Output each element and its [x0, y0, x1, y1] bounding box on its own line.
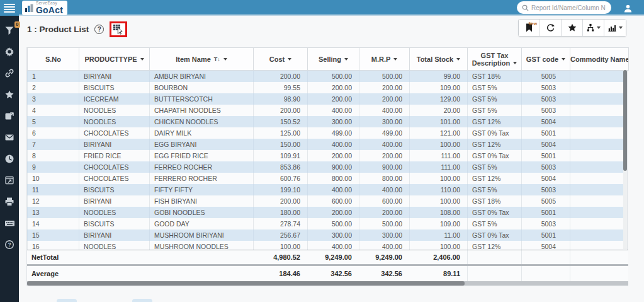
- column-header-cost[interactable]: Cost: [254, 48, 308, 71]
- report-action-button-highlighted[interactable]: [110, 21, 127, 37]
- user-account-button[interactable]: [621, 2, 634, 15]
- column-header-gst-tax-description[interactable]: GST TaxDescription: [468, 48, 522, 71]
- keyboard-icon[interactable]: [4, 218, 15, 228]
- cell-total-stock: 111.00: [410, 161, 468, 173]
- chevron-down-icon: [513, 62, 517, 64]
- cell-commodity: [570, 116, 628, 127]
- settings-gear-icon[interactable]: [4, 46, 15, 57]
- average-stock: 89.11: [409, 270, 467, 277]
- table-row[interactable]: 6 CHOCOLATES DAIRY MILK 125.00 499.00 49…: [28, 127, 628, 139]
- net-total-row: NetTotal 4,980.52 9,249.00 9,249.00 2,40…: [27, 250, 628, 266]
- horizontal-scrollbar-thumb[interactable]: [27, 281, 465, 286]
- cell-mrp: 400.00: [359, 241, 410, 250]
- link-icon[interactable]: [4, 67, 15, 78]
- cell-mrp: 500.00: [359, 218, 410, 229]
- chevron-down-icon: [223, 58, 227, 61]
- cell-cost: 200.00: [254, 71, 308, 82]
- cell-mrp: 200.00: [359, 93, 410, 105]
- cell-selling: 400.00: [308, 241, 359, 250]
- average-label: Average: [27, 270, 79, 277]
- table-row[interactable]: 12 BIRIYANI FISH BIRYANI 200.00 600.00 6…: [28, 195, 628, 207]
- hamburger-menu-button[interactable]: [0, 0, 19, 16]
- favorite-button[interactable]: [562, 20, 583, 36]
- page-title: 1 : Product List: [27, 25, 89, 34]
- cell-selling: 300.00: [308, 116, 359, 127]
- vertical-scrollbar-thumb[interactable]: [623, 70, 627, 171]
- cell-total-stock: 20.00: [410, 105, 468, 116]
- new-bookmark-button[interactable]: New: [519, 20, 540, 36]
- column-header-total-stock[interactable]: Total Stock: [410, 48, 468, 71]
- table-row[interactable]: 5 NOODLES CHICKEN NOODLES 150.52 300.00 …: [28, 116, 628, 127]
- share-export-icon[interactable]: [4, 110, 15, 121]
- column-header-commodity-name[interactable]: Commodity Name: [570, 48, 629, 71]
- column-header-selling[interactable]: Selling: [308, 48, 359, 71]
- table-row[interactable]: 1 BIRIYANI AMBUR BIRYANI 200.00 500.00 5…: [28, 71, 628, 82]
- favorites-star-icon[interactable]: [4, 89, 15, 100]
- report-help-icon[interactable]: ?: [94, 25, 104, 34]
- average-cost: 184.46: [253, 270, 307, 277]
- table-row[interactable]: 9 CHOCOLATES FERREO ROCHER 853.86 900.00…: [28, 161, 628, 173]
- cell-cost: 125.00: [254, 127, 308, 139]
- table-row[interactable]: 3 ICECREAM BUTTTERSCOTCH 98.90 200.00 20…: [28, 93, 628, 105]
- user-icon: [623, 4, 633, 13]
- column-header-sno[interactable]: S.No: [28, 48, 79, 71]
- cell-gst-code: 5005: [522, 71, 570, 82]
- window-preview-icon[interactable]: [4, 175, 15, 185]
- table-row[interactable]: 8 FRIED RICE EGG FRIED RICE 109.91 200.0…: [28, 150, 628, 161]
- cell-item-name: BOURBON: [150, 82, 254, 93]
- help-icon[interactable]: ?: [4, 239, 15, 250]
- cell-cost: 600.76: [254, 173, 308, 184]
- cell-gst-tax: GST 5%: [468, 218, 522, 229]
- cell-sno: 6: [28, 127, 79, 139]
- cell-mrp: 400.00: [359, 105, 410, 116]
- column-header-mrp[interactable]: M.R.P: [359, 48, 410, 71]
- table-row[interactable]: 13 NOODLES GOBI NOODLES 180.00 200.00 20…: [28, 207, 628, 218]
- cell-sno: 10: [28, 173, 79, 184]
- cell-selling: 800.00: [308, 173, 359, 184]
- cell-gst-code: 5003: [522, 218, 570, 229]
- table-row[interactable]: 16 NOODLES MUSHROOM NOODLES 100.00 400.0…: [28, 241, 628, 250]
- chart-view-button[interactable]: [604, 20, 626, 36]
- cell-cost: 199.10: [254, 184, 308, 195]
- cell-product-type: BIRIYANI: [79, 229, 150, 241]
- cell-cost: 278.74: [254, 218, 308, 229]
- cell-commodity: [570, 71, 628, 82]
- filter-icon[interactable]: 0: [4, 25, 15, 35]
- vertical-scrollbar[interactable]: [623, 70, 627, 249]
- chevron-down-icon: [619, 26, 623, 29]
- table-row[interactable]: 2 BISCUITS BOURBON 99.55 200.00 200.00 1…: [28, 82, 628, 93]
- cell-item-name: GOBI NOODLES: [150, 207, 254, 218]
- cell-mrp: 400.00: [359, 184, 410, 195]
- cell-gst-tax: GST 5%: [468, 93, 522, 105]
- hierarchy-view-button[interactable]: [583, 20, 604, 36]
- table-row[interactable]: 11 BISCUITS FIFTY FIFTY 199.10 400.00 40…: [28, 184, 628, 195]
- search-input[interactable]: [531, 4, 606, 11]
- cell-item-name: FIFTY FIFTY: [150, 184, 254, 195]
- cell-product-type: BISCUITS: [79, 218, 150, 229]
- column-header-producttype[interactable]: PRODUCTTYPE: [79, 48, 150, 71]
- filter-count-badge: 0: [14, 21, 20, 28]
- cell-gst-code: 5004: [522, 241, 570, 250]
- cell-commodity: [570, 105, 628, 116]
- table-row[interactable]: 15 BIRIYANI MUSHROOM BIRIYANI 256.67 300…: [28, 229, 628, 241]
- refresh-button[interactable]: [540, 20, 562, 36]
- table-row[interactable]: 4 NOODLES CHAPATHI NOODLES 200.00 400.00…: [28, 105, 628, 116]
- cell-selling: 499.00: [308, 127, 359, 139]
- app-logo[interactable]: ServeEasy GoAct: [22, 1, 67, 15]
- horizontal-scrollbar[interactable]: [27, 281, 628, 286]
- print-icon[interactable]: [4, 196, 15, 207]
- table-row[interactable]: 14 BISCUITS GOOD DAY 278.74 500.00 500.0…: [28, 218, 628, 229]
- cell-item-name: GOOD DAY: [150, 218, 254, 229]
- mail-icon[interactable]: [4, 132, 15, 142]
- cell-mrp: 200.00: [359, 207, 410, 218]
- history-clock-icon[interactable]: [4, 153, 15, 164]
- cell-selling: 400.00: [308, 105, 359, 116]
- cutoff-element: [57, 299, 77, 302]
- column-header-gst-code[interactable]: GST code: [522, 48, 570, 71]
- column-header-item-name[interactable]: Item NameT↓: [150, 48, 254, 71]
- cell-total-stock: 111.00: [410, 150, 468, 161]
- new-label: New: [529, 21, 537, 26]
- table-row[interactable]: 10 CHOCOLATES FERRERO ROCHER 600.76 800.…: [28, 173, 628, 184]
- table-row[interactable]: 7 BIRIYANI EGG BIRYANI 150.00 400.00 400…: [28, 139, 628, 150]
- cell-commodity: [570, 241, 628, 250]
